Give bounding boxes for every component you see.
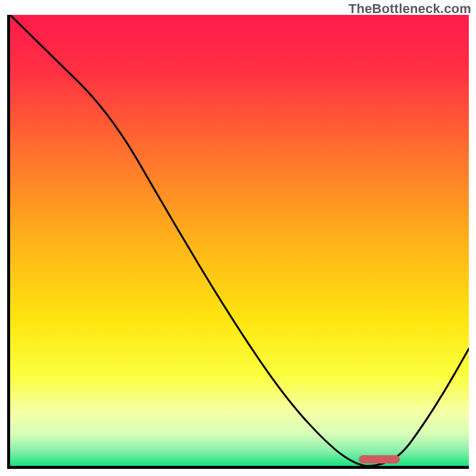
plot-area xyxy=(7,15,469,469)
chart-frame: TheBottleneck.com xyxy=(0,0,476,476)
optimal-marker xyxy=(359,455,400,464)
bottleneck-curve xyxy=(10,15,469,466)
